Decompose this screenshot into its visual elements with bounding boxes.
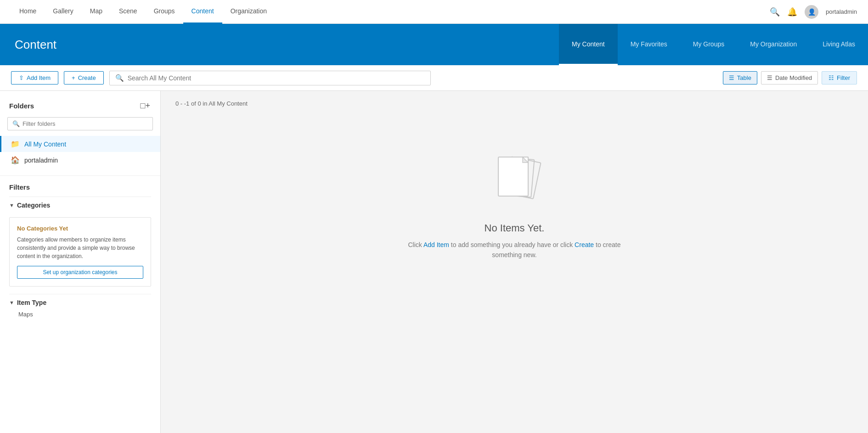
tab-living-atlas[interactable]: Living Atlas xyxy=(810,24,868,65)
toolbar-right: ☰ Table ☰ Date Modified ☷ Filter xyxy=(723,71,857,84)
nav-right: 🔍 🔔 👤 portaladmin xyxy=(770,5,857,19)
date-modified-label: Date Modified xyxy=(775,74,812,81)
sort-icon: ☰ xyxy=(767,74,772,81)
folder-icon: 📁 xyxy=(11,140,20,148)
tab-my-content[interactable]: My Content xyxy=(559,24,618,65)
filters-title: Filters xyxy=(0,183,160,197)
tab-my-groups[interactable]: My Groups xyxy=(680,24,737,65)
item-type-title: Item Type xyxy=(17,299,46,306)
item-type-maps[interactable]: Maps xyxy=(9,309,151,320)
categories-header[interactable]: ▼ Categories xyxy=(9,197,151,214)
add-item-link[interactable]: Add Item xyxy=(423,241,449,248)
search-area: 🔍 xyxy=(109,71,431,85)
setup-categories-button[interactable]: Set up organization categories xyxy=(17,266,143,279)
search-input[interactable] xyxy=(128,74,425,82)
add-item-label: Add Item xyxy=(27,74,51,81)
folder-label: portaladmin xyxy=(24,157,58,164)
nav-content[interactable]: Content xyxy=(183,0,222,24)
categories-title: Categories xyxy=(17,202,50,209)
tab-my-organization[interactable]: My Organization xyxy=(737,24,810,65)
nav-home[interactable]: Home xyxy=(11,0,45,24)
search-icon: 🔍 xyxy=(115,74,124,82)
folders-title: Folders xyxy=(9,102,34,110)
results-count: 0 - -1 of 0 in All My Content xyxy=(175,100,853,107)
content-title-area: Content xyxy=(0,24,559,65)
folder-search-box: 🔍 xyxy=(7,117,153,130)
main-layout: Folders □+ 🔍 📁 All My Content 🏠 portalad… xyxy=(0,91,868,433)
content-area: 0 - -1 of 0 in All My Content No Items Y… xyxy=(161,91,868,433)
avatar[interactable]: 👤 xyxy=(805,5,818,19)
nav-organization[interactable]: Organization xyxy=(222,0,275,24)
nav-gallery[interactable]: Gallery xyxy=(45,0,81,24)
search-icon[interactable]: 🔍 xyxy=(770,7,780,17)
create-link[interactable]: Create xyxy=(575,241,594,248)
item-type-header[interactable]: ▼ Item Type xyxy=(9,294,151,309)
categories-filter: ▼ Categories No Categories Yet Categorie… xyxy=(0,197,160,287)
nav-groups[interactable]: Groups xyxy=(146,0,183,24)
item-type-filter: ▼ Item Type Maps xyxy=(0,294,160,320)
empty-icon xyxy=(482,146,547,211)
content-header: Content My Content My Favorites My Group… xyxy=(0,24,868,65)
chevron-down-icon-2: ▼ xyxy=(9,300,14,305)
notifications-icon[interactable]: 🔔 xyxy=(787,7,797,17)
table-view-button[interactable]: ☰ Table xyxy=(723,71,757,84)
table-icon: ☰ xyxy=(729,74,734,81)
empty-description: Click Add Item to add something you alre… xyxy=(400,240,629,260)
filter-icon: ☷ xyxy=(829,74,834,81)
table-label: Table xyxy=(737,74,751,81)
plus-icon: + xyxy=(72,74,75,81)
no-categories-title: No Categories Yet xyxy=(17,225,143,232)
home-icon: 🏠 xyxy=(11,156,20,164)
create-label: Create xyxy=(78,74,96,81)
folders-header: Folders □+ xyxy=(0,100,160,117)
folder-portaladmin[interactable]: 🏠 portaladmin xyxy=(0,152,160,168)
new-folder-button[interactable]: □+ xyxy=(140,100,151,112)
folder-search-icon: 🔍 xyxy=(12,120,20,127)
empty-state: No Items Yet. Click Add Item to add some… xyxy=(175,118,853,288)
sidebar: Folders □+ 🔍 📁 All My Content 🏠 portalad… xyxy=(0,91,161,433)
no-categories-text: Categories allow members to organize ite… xyxy=(17,236,143,260)
page-title: Content xyxy=(15,38,56,52)
add-item-button[interactable]: ⇧ Add Item xyxy=(11,71,58,84)
date-modified-button[interactable]: ☰ Date Modified xyxy=(761,71,818,84)
folder-label: All My Content xyxy=(24,141,66,148)
top-navigation: Home Gallery Map Scene Groups Content Or… xyxy=(0,0,868,24)
nav-links: Home Gallery Map Scene Groups Content Or… xyxy=(11,0,770,24)
no-categories-box: No Categories Yet Categories allow membe… xyxy=(9,217,151,287)
folder-filter-area: 🔍 xyxy=(0,117,160,136)
nav-scene[interactable]: Scene xyxy=(111,0,146,24)
content-tabs: My Content My Favorites My Groups My Org… xyxy=(559,24,868,65)
folder-search-input[interactable] xyxy=(23,120,148,127)
create-button[interactable]: + Create xyxy=(64,71,104,84)
empty-title: No Items Yet. xyxy=(485,222,545,234)
filter-label: Filter xyxy=(837,74,850,81)
upload-icon: ⇧ xyxy=(19,74,24,81)
tab-my-favorites[interactable]: My Favorites xyxy=(618,24,680,65)
chevron-down-icon: ▼ xyxy=(9,202,14,208)
username: portaladmin xyxy=(826,8,857,15)
folder-all-my-content[interactable]: 📁 All My Content xyxy=(0,136,160,152)
toolbar: ⇧ Add Item + Create 🔍 ☰ Table ☰ Date Mod… xyxy=(0,65,868,91)
filter-button[interactable]: ☷ Filter xyxy=(822,71,857,84)
nav-map[interactable]: Map xyxy=(82,0,111,24)
